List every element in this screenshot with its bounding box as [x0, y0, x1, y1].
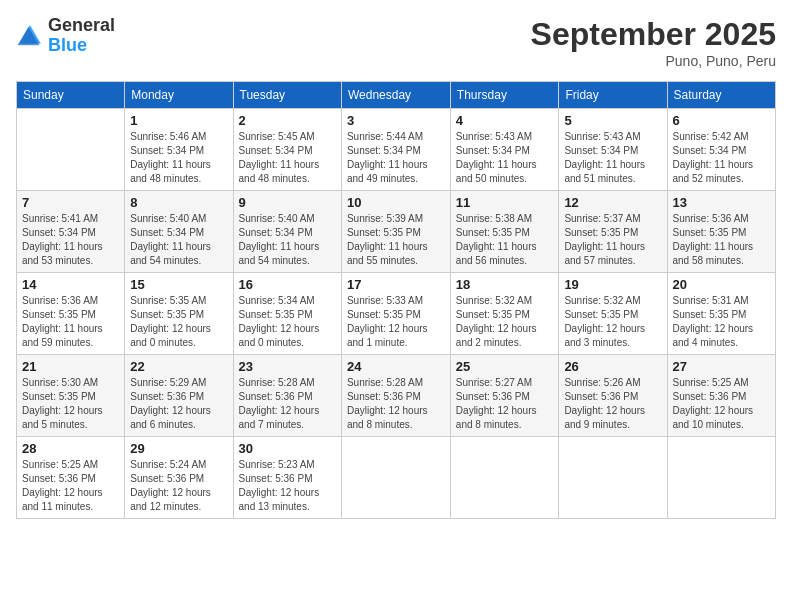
- day-info: Sunrise: 5:46 AMSunset: 5:34 PMDaylight:…: [130, 130, 227, 186]
- daylight-text: Daylight: 11 hours and 50 minutes.: [456, 158, 554, 186]
- day-number: 18: [456, 277, 554, 292]
- calendar-cell: 24Sunrise: 5:28 AMSunset: 5:36 PMDayligh…: [341, 355, 450, 437]
- calendar-week-row: 28Sunrise: 5:25 AMSunset: 5:36 PMDayligh…: [17, 437, 776, 519]
- sunset-text: Sunset: 5:35 PM: [130, 308, 227, 322]
- sunset-text: Sunset: 5:36 PM: [130, 390, 227, 404]
- calendar-cell: 27Sunrise: 5:25 AMSunset: 5:36 PMDayligh…: [667, 355, 776, 437]
- calendar-cell: 13Sunrise: 5:36 AMSunset: 5:35 PMDayligh…: [667, 191, 776, 273]
- sunrise-text: Sunrise: 5:29 AM: [130, 376, 227, 390]
- daylight-text: Daylight: 12 hours and 12 minutes.: [130, 486, 227, 514]
- sunrise-text: Sunrise: 5:41 AM: [22, 212, 119, 226]
- column-header-sunday: Sunday: [17, 82, 125, 109]
- calendar-cell: 10Sunrise: 5:39 AMSunset: 5:35 PMDayligh…: [341, 191, 450, 273]
- page-header: General Blue September 2025 Puno, Puno, …: [16, 16, 776, 69]
- sunrise-text: Sunrise: 5:39 AM: [347, 212, 445, 226]
- day-number: 8: [130, 195, 227, 210]
- calendar-cell: [667, 437, 776, 519]
- day-info: Sunrise: 5:31 AMSunset: 5:35 PMDaylight:…: [673, 294, 771, 350]
- calendar-cell: 17Sunrise: 5:33 AMSunset: 5:35 PMDayligh…: [341, 273, 450, 355]
- calendar-cell: [559, 437, 667, 519]
- day-number: 30: [239, 441, 336, 456]
- daylight-text: Daylight: 12 hours and 7 minutes.: [239, 404, 336, 432]
- column-header-saturday: Saturday: [667, 82, 776, 109]
- day-number: 5: [564, 113, 661, 128]
- day-info: Sunrise: 5:35 AMSunset: 5:35 PMDaylight:…: [130, 294, 227, 350]
- day-number: 22: [130, 359, 227, 374]
- day-info: Sunrise: 5:41 AMSunset: 5:34 PMDaylight:…: [22, 212, 119, 268]
- sunset-text: Sunset: 5:35 PM: [673, 308, 771, 322]
- month-year-title: September 2025: [531, 16, 776, 53]
- sunrise-text: Sunrise: 5:35 AM: [130, 294, 227, 308]
- daylight-text: Daylight: 12 hours and 11 minutes.: [22, 486, 119, 514]
- daylight-text: Daylight: 11 hours and 53 minutes.: [22, 240, 119, 268]
- calendar-table: SundayMondayTuesdayWednesdayThursdayFrid…: [16, 81, 776, 519]
- sunrise-text: Sunrise: 5:25 AM: [22, 458, 119, 472]
- daylight-text: Daylight: 12 hours and 5 minutes.: [22, 404, 119, 432]
- sunrise-text: Sunrise: 5:36 AM: [673, 212, 771, 226]
- day-info: Sunrise: 5:32 AMSunset: 5:35 PMDaylight:…: [456, 294, 554, 350]
- sunset-text: Sunset: 5:34 PM: [673, 144, 771, 158]
- day-number: 28: [22, 441, 119, 456]
- day-info: Sunrise: 5:44 AMSunset: 5:34 PMDaylight:…: [347, 130, 445, 186]
- calendar-cell: 23Sunrise: 5:28 AMSunset: 5:36 PMDayligh…: [233, 355, 341, 437]
- sunset-text: Sunset: 5:36 PM: [564, 390, 661, 404]
- calendar-cell: 12Sunrise: 5:37 AMSunset: 5:35 PMDayligh…: [559, 191, 667, 273]
- location-subtitle: Puno, Puno, Peru: [531, 53, 776, 69]
- daylight-text: Daylight: 12 hours and 0 minutes.: [130, 322, 227, 350]
- daylight-text: Daylight: 11 hours and 59 minutes.: [22, 322, 119, 350]
- day-number: 13: [673, 195, 771, 210]
- day-info: Sunrise: 5:43 AMSunset: 5:34 PMDaylight:…: [564, 130, 661, 186]
- daylight-text: Daylight: 12 hours and 0 minutes.: [239, 322, 336, 350]
- calendar-cell: 9Sunrise: 5:40 AMSunset: 5:34 PMDaylight…: [233, 191, 341, 273]
- sunrise-text: Sunrise: 5:40 AM: [239, 212, 336, 226]
- daylight-text: Daylight: 11 hours and 51 minutes.: [564, 158, 661, 186]
- daylight-text: Daylight: 12 hours and 3 minutes.: [564, 322, 661, 350]
- day-info: Sunrise: 5:38 AMSunset: 5:35 PMDaylight:…: [456, 212, 554, 268]
- column-header-wednesday: Wednesday: [341, 82, 450, 109]
- sunrise-text: Sunrise: 5:31 AM: [673, 294, 771, 308]
- sunrise-text: Sunrise: 5:32 AM: [456, 294, 554, 308]
- daylight-text: Daylight: 11 hours and 48 minutes.: [130, 158, 227, 186]
- sunset-text: Sunset: 5:35 PM: [456, 226, 554, 240]
- sunrise-text: Sunrise: 5:28 AM: [347, 376, 445, 390]
- sunrise-text: Sunrise: 5:33 AM: [347, 294, 445, 308]
- day-number: 24: [347, 359, 445, 374]
- calendar-cell: 7Sunrise: 5:41 AMSunset: 5:34 PMDaylight…: [17, 191, 125, 273]
- sunset-text: Sunset: 5:35 PM: [347, 308, 445, 322]
- calendar-header-row: SundayMondayTuesdayWednesdayThursdayFrid…: [17, 82, 776, 109]
- daylight-text: Daylight: 12 hours and 8 minutes.: [347, 404, 445, 432]
- day-number: 19: [564, 277, 661, 292]
- calendar-cell: 19Sunrise: 5:32 AMSunset: 5:35 PMDayligh…: [559, 273, 667, 355]
- day-number: 6: [673, 113, 771, 128]
- day-number: 14: [22, 277, 119, 292]
- calendar-cell: 6Sunrise: 5:42 AMSunset: 5:34 PMDaylight…: [667, 109, 776, 191]
- daylight-text: Daylight: 12 hours and 2 minutes.: [456, 322, 554, 350]
- daylight-text: Daylight: 12 hours and 1 minute.: [347, 322, 445, 350]
- sunrise-text: Sunrise: 5:30 AM: [22, 376, 119, 390]
- day-info: Sunrise: 5:24 AMSunset: 5:36 PMDaylight:…: [130, 458, 227, 514]
- daylight-text: Daylight: 12 hours and 13 minutes.: [239, 486, 336, 514]
- sunset-text: Sunset: 5:35 PM: [564, 226, 661, 240]
- sunset-text: Sunset: 5:34 PM: [347, 144, 445, 158]
- calendar-cell: 20Sunrise: 5:31 AMSunset: 5:35 PMDayligh…: [667, 273, 776, 355]
- day-number: 16: [239, 277, 336, 292]
- daylight-text: Daylight: 11 hours and 54 minutes.: [239, 240, 336, 268]
- calendar-cell: 30Sunrise: 5:23 AMSunset: 5:36 PMDayligh…: [233, 437, 341, 519]
- sunrise-text: Sunrise: 5:28 AM: [239, 376, 336, 390]
- day-info: Sunrise: 5:34 AMSunset: 5:35 PMDaylight:…: [239, 294, 336, 350]
- day-info: Sunrise: 5:23 AMSunset: 5:36 PMDaylight:…: [239, 458, 336, 514]
- calendar-cell: [341, 437, 450, 519]
- calendar-cell: 8Sunrise: 5:40 AMSunset: 5:34 PMDaylight…: [125, 191, 233, 273]
- day-info: Sunrise: 5:40 AMSunset: 5:34 PMDaylight:…: [239, 212, 336, 268]
- day-number: 21: [22, 359, 119, 374]
- calendar-week-row: 21Sunrise: 5:30 AMSunset: 5:35 PMDayligh…: [17, 355, 776, 437]
- daylight-text: Daylight: 12 hours and 4 minutes.: [673, 322, 771, 350]
- sunset-text: Sunset: 5:35 PM: [239, 308, 336, 322]
- calendar-cell: 1Sunrise: 5:46 AMSunset: 5:34 PMDaylight…: [125, 109, 233, 191]
- calendar-cell: 4Sunrise: 5:43 AMSunset: 5:34 PMDaylight…: [450, 109, 559, 191]
- calendar-cell: 22Sunrise: 5:29 AMSunset: 5:36 PMDayligh…: [125, 355, 233, 437]
- day-number: 26: [564, 359, 661, 374]
- day-info: Sunrise: 5:26 AMSunset: 5:36 PMDaylight:…: [564, 376, 661, 432]
- day-info: Sunrise: 5:39 AMSunset: 5:35 PMDaylight:…: [347, 212, 445, 268]
- calendar-cell: 15Sunrise: 5:35 AMSunset: 5:35 PMDayligh…: [125, 273, 233, 355]
